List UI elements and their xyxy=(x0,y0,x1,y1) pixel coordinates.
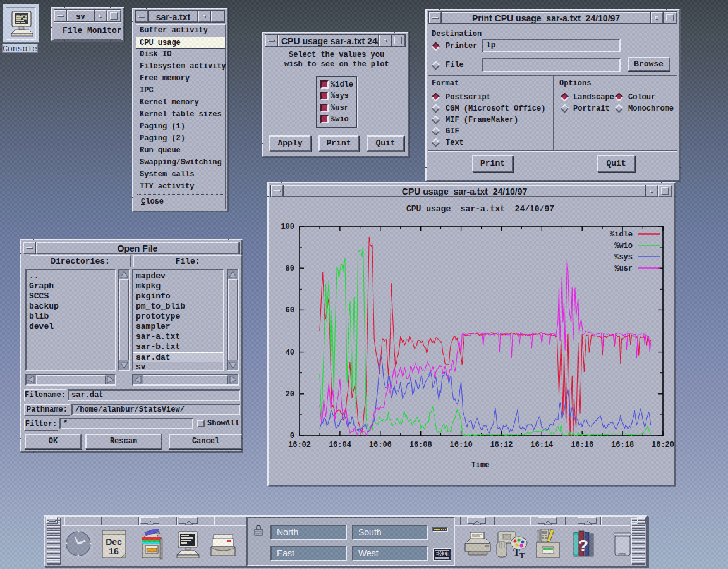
svg-text:T: T xyxy=(519,551,525,560)
svg-text:%usr: %usr xyxy=(614,264,633,273)
svg-text:16:14: 16:14 xyxy=(530,441,553,450)
svg-text:16:12: 16:12 xyxy=(490,441,513,450)
svg-text:100: 100 xyxy=(281,223,294,231)
svg-text:16:10: 16:10 xyxy=(450,441,473,450)
svg-text:16:08: 16:08 xyxy=(410,441,432,450)
svg-text:40: 40 xyxy=(286,348,294,357)
svg-text:16:20: 16:20 xyxy=(652,441,674,450)
svg-text:Dec: Dec xyxy=(106,537,122,547)
svg-text:%idle: %idle xyxy=(610,230,633,239)
svg-text:CPU usage sar-a.txt 24/10/97: CPU usage sar-a.txt 24/10/97 xyxy=(406,204,554,214)
svg-text:16:04: 16:04 xyxy=(329,441,351,450)
svg-text:60: 60 xyxy=(286,306,294,315)
svg-text:16:16: 16:16 xyxy=(571,441,593,450)
svg-text:%sys: %sys xyxy=(614,253,633,262)
svg-text:20: 20 xyxy=(286,390,294,399)
svg-text:80: 80 xyxy=(286,264,294,273)
svg-text:16: 16 xyxy=(109,546,119,556)
svg-text:16:06: 16:06 xyxy=(369,441,392,450)
svg-text:Time: Time xyxy=(471,461,490,470)
svg-text:16:02: 16:02 xyxy=(288,441,311,450)
svg-text:0: 0 xyxy=(290,432,294,441)
svg-text:16:18: 16:18 xyxy=(611,441,634,450)
svg-text:%wio: %wio xyxy=(614,242,633,250)
svg-text:?: ? xyxy=(578,536,588,555)
